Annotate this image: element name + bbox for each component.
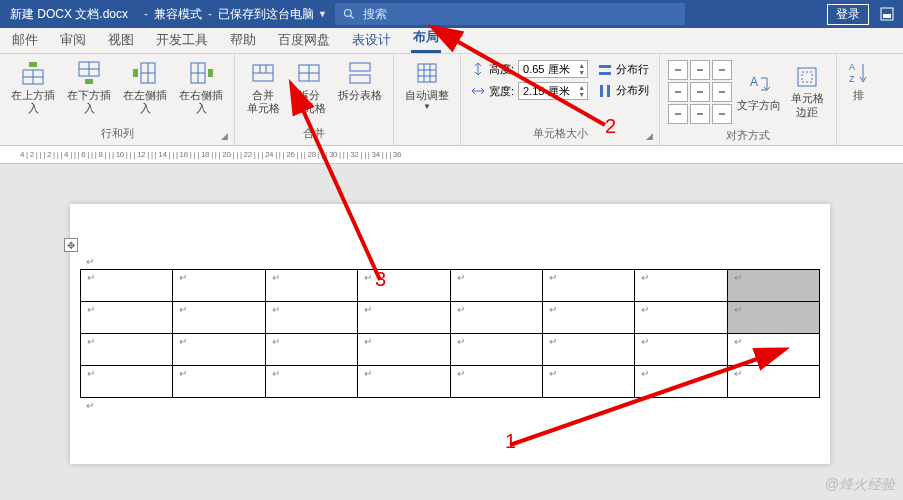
group-label: 单元格大小 xyxy=(533,127,588,139)
insert-above-button[interactable]: 在上方插入 xyxy=(6,58,60,117)
table-cell[interactable]: ↵ xyxy=(727,334,819,366)
table-cell[interactable]: ↵ xyxy=(450,270,542,302)
table-cell[interactable]: ↵ xyxy=(450,302,542,334)
tab-developer[interactable]: 开发工具 xyxy=(154,27,210,53)
svg-text:Z: Z xyxy=(849,74,855,84)
table-cell[interactable]: ↵ xyxy=(173,302,265,334)
table-cell[interactable]: ↵ xyxy=(727,302,819,334)
merge-cells-button[interactable]: 合并 单元格 xyxy=(241,58,285,117)
tab-table-design[interactable]: 表设计 xyxy=(350,27,393,53)
table-cell[interactable]: ↵ xyxy=(81,334,173,366)
table-cell[interactable]: ↵ xyxy=(358,302,450,334)
table-cell[interactable]: ↵ xyxy=(265,334,357,366)
table-cell[interactable]: ↵ xyxy=(635,334,727,366)
distribute-rows-button[interactable]: 分布行 xyxy=(598,62,649,77)
document-area: ↵ ✥ ↵↵↵↵↵↵↵↵↵↵↵↵↵↵↵↵↵↵↵↵↵↵↵↵↵↵↵↵↵↵↵↵ ↵ xyxy=(0,164,903,500)
group-cell-size: 高度: 0.65 厘米▲▼ 宽度: 2.15 厘米▲▼ 分布行 分布列 单元格大… xyxy=(461,54,660,145)
table-cell[interactable]: ↵ xyxy=(727,270,819,302)
svg-text:A: A xyxy=(750,75,758,89)
table-cell[interactable]: ↵ xyxy=(450,366,542,398)
table-cell[interactable]: ↵ xyxy=(173,366,265,398)
autofit-icon xyxy=(414,60,440,86)
svg-rect-36 xyxy=(599,65,611,68)
table-cell[interactable]: ↵ xyxy=(358,334,450,366)
split-table-icon xyxy=(347,60,373,86)
table-cell[interactable]: ↵ xyxy=(542,366,634,398)
table-cell[interactable]: ↵ xyxy=(358,366,450,398)
svg-text:A: A xyxy=(849,62,855,72)
text-direction-button[interactable]: A 文字方向 xyxy=(736,70,782,114)
table-cell[interactable]: ↵ xyxy=(635,270,727,302)
table-cell[interactable]: ↵ xyxy=(542,302,634,334)
document-title: 新建 DOCX 文档.docx xyxy=(0,6,138,23)
watermark: @烽火经验 xyxy=(825,476,895,494)
table-cell[interactable]: ↵ xyxy=(265,302,357,334)
table-cell[interactable]: ↵ xyxy=(358,270,450,302)
table-move-handle[interactable]: ✥ xyxy=(64,238,78,252)
tab-mail[interactable]: 邮件 xyxy=(10,27,40,53)
tab-layout[interactable]: 布局 xyxy=(411,24,441,53)
chevron-down-icon[interactable]: ▼ xyxy=(318,9,327,19)
group-sort: AZ 排 xyxy=(837,54,879,145)
search-input[interactable]: 搜索 xyxy=(335,3,685,25)
horizontal-ruler[interactable]: 4 | 2 | | | 2 | | | 4 | | | 6 | | | 8 | … xyxy=(0,146,903,164)
width-input[interactable]: 2.15 厘米▲▼ xyxy=(518,82,588,100)
svg-rect-27 xyxy=(350,63,370,71)
width-label: 宽度: xyxy=(489,84,514,99)
svg-rect-42 xyxy=(802,72,812,82)
distribute-cols-button[interactable]: 分布列 xyxy=(598,83,649,98)
insert-below-button[interactable]: 在下方插入 xyxy=(62,58,116,117)
svg-rect-19 xyxy=(208,69,213,77)
autofit-button[interactable]: 自动调整 ▼ xyxy=(400,58,454,114)
split-cells-button[interactable]: 拆分 单元格 xyxy=(287,58,331,117)
text-direction-icon: A xyxy=(747,72,771,96)
launcher-icon[interactable]: ◢ xyxy=(646,131,653,141)
table-cell[interactable]: ↵ xyxy=(542,334,634,366)
table-cell[interactable]: ↵ xyxy=(173,270,265,302)
insert-left-icon xyxy=(132,60,158,86)
insert-left-button[interactable]: 在左侧插入 xyxy=(118,58,172,117)
cell-margins-icon xyxy=(795,65,819,89)
table-cell[interactable]: ↵ xyxy=(727,366,819,398)
sort-button[interactable]: AZ 排 xyxy=(843,58,873,104)
group-label: 行和列 xyxy=(101,127,134,139)
table-cell[interactable]: ↵ xyxy=(635,302,727,334)
cell-margins-button[interactable]: 单元格 边距 xyxy=(784,63,830,120)
table-cell[interactable]: ↵ xyxy=(265,270,357,302)
tab-help[interactable]: 帮助 xyxy=(228,27,258,53)
row-height-icon xyxy=(471,62,485,76)
svg-rect-3 xyxy=(883,14,891,18)
tab-review[interactable]: 审阅 xyxy=(58,27,88,53)
table-cell[interactable]: ↵ xyxy=(542,270,634,302)
group-alignment: A 文字方向 单元格 边距 对齐方式 xyxy=(660,54,837,145)
table-cell[interactable]: ↵ xyxy=(635,366,727,398)
sort-icon: AZ xyxy=(847,60,869,86)
merge-cells-icon xyxy=(250,60,276,86)
title-bar: 新建 DOCX 文档.docx - 兼容模式 - 已保存到这台电脑 ▼ 搜索 登… xyxy=(0,0,903,28)
insert-right-button[interactable]: 在右侧插入 xyxy=(174,58,228,117)
group-label: 对齐方式 xyxy=(726,129,770,141)
split-table-button[interactable]: 拆分表格 xyxy=(333,58,387,104)
table-cell[interactable]: ↵ xyxy=(173,334,265,366)
table-cell[interactable]: ↵ xyxy=(265,366,357,398)
table-cell[interactable]: ↵ xyxy=(450,334,542,366)
paragraph-mark: ↵ xyxy=(80,398,820,413)
tab-view[interactable]: 视图 xyxy=(106,27,136,53)
launcher-icon[interactable]: ◢ xyxy=(221,131,228,141)
height-input[interactable]: 0.65 厘米▲▼ xyxy=(518,60,588,78)
table-cell[interactable]: ↵ xyxy=(81,270,173,302)
group-merge: 合并 单元格 拆分 单元格 拆分表格 合并 xyxy=(235,54,394,145)
svg-rect-39 xyxy=(607,85,610,97)
save-status: 已保存到这台电脑 xyxy=(218,6,314,23)
tab-baidu[interactable]: 百度网盘 xyxy=(276,27,332,53)
ribbon-options-icon[interactable] xyxy=(879,6,895,22)
login-button[interactable]: 登录 xyxy=(827,4,869,25)
group-label: 合并 xyxy=(303,127,325,139)
table-cell[interactable]: ↵ xyxy=(81,302,173,334)
group-rows-cols: 在上方插入 在下方插入 在左侧插入 在右侧插入 行和列◢ xyxy=(0,54,235,145)
document-table[interactable]: ↵↵↵↵↵↵↵↵↵↵↵↵↵↵↵↵↵↵↵↵↵↵↵↵↵↵↵↵↵↵↵↵ xyxy=(80,269,820,398)
table-cell[interactable]: ↵ xyxy=(81,366,173,398)
alignment-grid[interactable] xyxy=(666,58,734,126)
compat-mode: 兼容模式 xyxy=(154,6,202,23)
ribbon-tabs: 邮件 审阅 视图 开发工具 帮助 百度网盘 表设计 布局 xyxy=(0,28,903,54)
